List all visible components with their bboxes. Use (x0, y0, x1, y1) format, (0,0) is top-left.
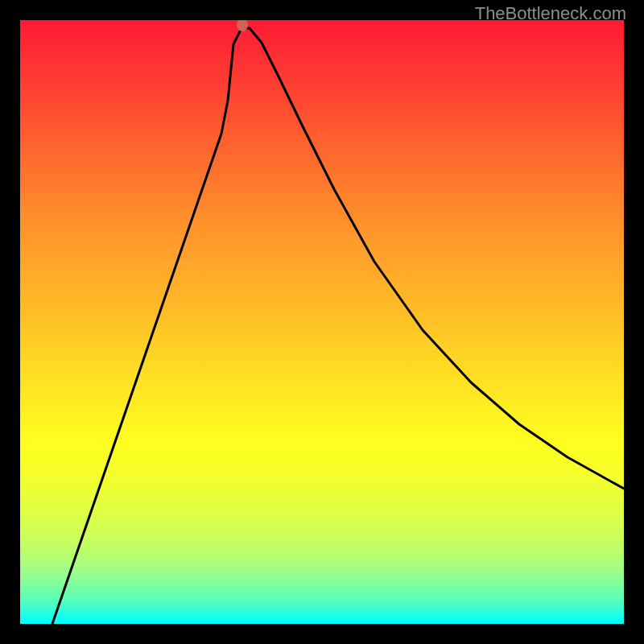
bottleneck-curve (52, 28, 624, 624)
chart-frame: TheBottleneck.com (0, 0, 644, 644)
plot-area (20, 20, 624, 624)
curve-svg (20, 20, 624, 624)
